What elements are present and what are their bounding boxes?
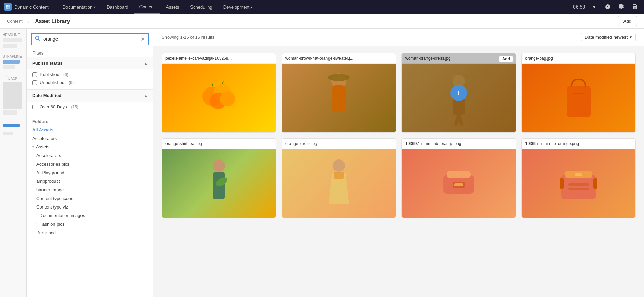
filter-section-header-publish[interactable]: Publish status ▲ xyxy=(27,57,153,69)
chevron-up-icon: ▲ xyxy=(144,94,148,98)
svg-rect-1 xyxy=(8,5,10,7)
chevron-down-icon: ▾ xyxy=(251,5,252,9)
folder-published[interactable]: Published xyxy=(27,228,153,237)
nav-content[interactable]: Content xyxy=(134,0,161,14)
secondary-navigation: Content › Asset Library Add xyxy=(0,14,644,29)
help-icon[interactable] xyxy=(603,2,612,12)
filter-section-date-modified: Date Modified ▲ Over 60 Days (15) xyxy=(27,89,153,114)
nav-assets[interactable]: Assets xyxy=(160,0,185,14)
unpublished-count: (9) xyxy=(69,80,74,85)
filter-published[interactable]: Published (6) xyxy=(32,71,148,79)
folder-ai-playground[interactable]: AI Playground xyxy=(27,168,153,177)
svg-rect-2 xyxy=(6,7,8,9)
assets-grid: pexels-amelie-carl-vadnjal-163268... + xyxy=(153,46,644,297)
nav-documentation[interactable]: Documentation ▾ xyxy=(57,0,101,14)
app-name: Dynamic Content xyxy=(14,4,49,10)
filter-section-header-date[interactable]: Date Modified ▲ xyxy=(27,90,153,102)
filters-label: Filters xyxy=(27,48,153,57)
content-header: Showing 1-15 of 15 results Date modified… xyxy=(153,29,644,46)
asset-card[interactable]: woman-orange-dress.jpg Add + xyxy=(401,53,516,133)
over-60-days-checkbox[interactable] xyxy=(32,105,37,109)
unpublished-label: Unpublished xyxy=(40,80,64,85)
published-checkbox[interactable] xyxy=(32,72,37,77)
asset-card[interactable]: woman-brown-hat-orange-sweater.j... + xyxy=(282,53,396,133)
chevron-up-icon: ▲ xyxy=(144,61,148,66)
search-wrapper: ✕ xyxy=(27,29,153,48)
add-circle-icon[interactable]: + xyxy=(450,85,467,101)
main-layout: Headline Strapline Back xyxy=(0,29,644,297)
filter-panel: ✕ Filters Publish status ▲ Published (6)… xyxy=(27,29,153,297)
chevron-down-icon: ▾ xyxy=(32,145,34,149)
folder-accessories-pics[interactable]: Accessories pics xyxy=(27,160,153,168)
chevron-down-icon: ▾ xyxy=(94,5,96,9)
folder-ampproduct[interactable]: ampproduct xyxy=(27,177,153,186)
filter-section-publish-status: Publish status ▲ Published (6) Unpublish… xyxy=(27,57,153,89)
add-circle-icon: + xyxy=(450,170,467,187)
published-label: Published xyxy=(40,72,59,77)
add-label: Add xyxy=(499,56,513,62)
published-count: (6) xyxy=(63,72,69,77)
folder-content-type-icons[interactable]: Content type icons xyxy=(27,194,153,203)
app-logo[interactable]: Dynamic Content xyxy=(4,3,54,11)
top-navigation: Dynamic Content Documentation ▾ Dashboar… xyxy=(0,0,644,14)
add-circle-icon: + xyxy=(211,170,227,187)
svg-rect-0 xyxy=(6,5,8,7)
asset-card[interactable]: orange-shirt-leaf.jpg + xyxy=(162,138,276,218)
folder-content-type-viz[interactable]: Content type viz xyxy=(27,203,153,211)
folder-banner-image[interactable]: banner-image xyxy=(27,186,153,194)
chevron-down-icon[interactable]: ▾ xyxy=(589,2,599,12)
logo-icon xyxy=(4,3,12,11)
add-button[interactable]: Add xyxy=(618,16,637,26)
folder-accelerators-child[interactable]: Accelerators xyxy=(27,151,153,160)
chevron-right-icon: › xyxy=(36,214,37,217)
showing-text: Showing 1-15 of 15 results xyxy=(162,35,214,40)
sort-dropdown[interactable]: Date modified newest ▾ xyxy=(581,33,636,41)
publish-status-title: Publish status xyxy=(32,61,63,66)
add-button-wrapper: Add xyxy=(618,16,637,26)
clear-icon[interactable]: ✕ xyxy=(140,36,145,43)
unpublished-checkbox[interactable] xyxy=(32,80,37,85)
collapse-icon[interactable] xyxy=(3,76,7,80)
save-icon[interactable] xyxy=(630,2,640,12)
folder-accelerators-top[interactable]: Accelerators xyxy=(27,134,153,143)
chevron-right-icon: › xyxy=(36,222,37,226)
current-time: 06:58 xyxy=(573,4,585,10)
top-nav-right: 06:58 ▾ xyxy=(573,2,640,12)
add-circle-icon: + xyxy=(331,85,347,101)
filter-unpublished[interactable]: Unpublished (9) xyxy=(32,79,148,86)
nav-items: Documentation ▾ Dashboard Content Assets… xyxy=(57,0,573,14)
add-circle-icon: + xyxy=(570,85,587,101)
folder-assets[interactable]: ▾ Assets xyxy=(27,143,153,151)
over-60-days-label: Over 60 Days xyxy=(40,104,67,109)
add-circle-icon: + xyxy=(570,170,587,187)
add-overlay: Add + xyxy=(402,53,516,132)
page-title: Asset Library xyxy=(35,18,70,24)
search-input[interactable] xyxy=(43,36,138,42)
date-modified-title: Date Modified xyxy=(32,93,61,98)
asset-card[interactable]: 103697_main_mb_orange.png + xyxy=(401,138,516,218)
settings-icon[interactable] xyxy=(617,2,626,12)
asset-card[interactable]: 103697_main_fp_orange.png + xyxy=(521,138,636,218)
folders-title: Folders xyxy=(27,116,153,126)
add-circle-icon: + xyxy=(331,170,347,187)
asset-card[interactable]: pexels-amelie-carl-vadnjal-163268... + xyxy=(162,53,276,133)
nav-development[interactable]: Development ▾ xyxy=(218,0,258,14)
publish-status-body: Published (6) Unpublished (9) xyxy=(27,69,153,89)
search-bar[interactable]: ✕ xyxy=(31,33,149,45)
asset-card[interactable]: orange_dress.jpg + xyxy=(282,138,396,218)
filter-over-60-days[interactable]: Over 60 Days (15) xyxy=(32,103,148,111)
page-sidebar: Headline Strapline Back xyxy=(0,29,27,297)
folder-fashion-pics[interactable]: › Fashion pics xyxy=(27,220,153,228)
folder-all-assets[interactable]: All Assets xyxy=(27,126,153,134)
folders-section: Folders All Assets Accelerators ▾ Assets… xyxy=(27,114,153,240)
search-icon xyxy=(35,36,40,43)
chevron-down-icon: ▾ xyxy=(630,35,632,40)
content-area: Showing 1-15 of 15 results Date modified… xyxy=(153,29,644,297)
folder-documentation-images[interactable]: › Documentation images xyxy=(27,211,153,220)
breadcrumb-content[interactable]: Content xyxy=(7,19,23,24)
nav-dashboard[interactable]: Dashboard xyxy=(101,0,134,14)
breadcrumb-separator: › xyxy=(28,19,30,24)
asset-card[interactable]: orange-bag.jpg + xyxy=(521,53,636,133)
add-circle-icon: + xyxy=(211,85,227,101)
nav-scheduling[interactable]: Scheduling xyxy=(185,0,218,14)
